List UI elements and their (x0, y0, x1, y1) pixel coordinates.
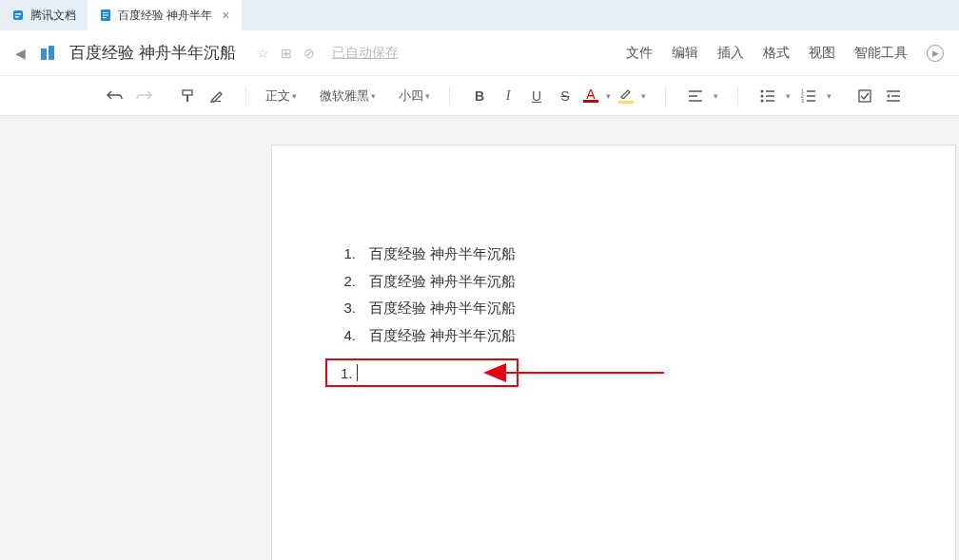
close-icon[interactable]: × (222, 8, 229, 23)
back-icon[interactable]: ◀ (15, 46, 26, 61)
menu-file[interactable]: 文件 (626, 45, 653, 62)
svg-rect-0 (13, 10, 23, 20)
svg-rect-1 (15, 13, 21, 15)
list-item[interactable]: 1. 百度经验 神舟半年沉船 (339, 241, 889, 268)
numbered-list-button[interactable]: 123 (798, 84, 819, 108)
list-text: 百度经验 神舟半年沉船 (369, 322, 516, 350)
checklist-button[interactable] (854, 84, 875, 108)
play-icon[interactable]: ▶ (927, 45, 944, 62)
svg-rect-4 (103, 12, 108, 13)
list-text: 百度经验 神舟半年沉船 (369, 241, 516, 268)
font-label: 微软雅黑 (320, 87, 369, 105)
chevron-down-icon[interactable]: ▾ (606, 91, 611, 101)
italic-button[interactable]: I (498, 84, 519, 108)
svg-point-17 (761, 99, 764, 102)
bold-button[interactable]: B (469, 84, 490, 108)
star-icon[interactable]: ☆ (257, 46, 269, 61)
toolbar: 正文 ▾ 微软雅黑 ▾ 小四 ▾ B I U S A ▾ ▾ (0, 76, 959, 116)
add-icon[interactable]: ⊞ (281, 46, 292, 61)
svg-rect-7 (183, 90, 192, 95)
tab-document[interactable]: 百度经验 神舟半年 × (88, 0, 242, 30)
svg-point-15 (761, 94, 764, 97)
tab-label: 腾讯文档 (30, 8, 76, 24)
clear-format-icon[interactable] (206, 84, 226, 108)
size-dropdown[interactable]: 小四 ▾ (399, 87, 430, 105)
font-color-button[interactable]: A (583, 88, 598, 103)
list-number: 2. (339, 268, 356, 296)
menu-smart-tools[interactable]: 智能工具 (854, 45, 908, 62)
chevron-down-icon: ▾ (292, 91, 297, 101)
svg-rect-2 (15, 16, 19, 18)
svg-point-13 (761, 89, 764, 92)
chevron-down-icon[interactable]: ▾ (786, 91, 791, 101)
svg-rect-8 (186, 95, 188, 102)
numbered-list: 1. 百度经验 神舟半年沉船 2. 百度经验 神舟半年沉船 3. 百度经验 神舟… (339, 241, 889, 349)
menu-insert[interactable]: 插入 (717, 45, 744, 62)
tab-label: 百度经验 神舟半年 (118, 8, 212, 24)
document-page[interactable]: 1. 百度经验 神舟半年沉船 2. 百度经验 神舟半年沉船 3. 百度经验 神舟… (271, 145, 956, 560)
document-icon (99, 9, 112, 22)
svg-rect-5 (103, 15, 108, 16)
style-dropdown[interactable]: 正文 ▾ (265, 87, 297, 105)
redo-icon[interactable] (133, 84, 154, 108)
style-label: 正文 (265, 87, 290, 105)
check-icon: ⊘ (303, 46, 315, 61)
list-number: 4. (339, 322, 356, 350)
chevron-down-icon[interactable]: ▾ (714, 91, 718, 101)
svg-text:3: 3 (801, 98, 804, 103)
highlight-color-button[interactable] (618, 87, 634, 104)
align-button[interactable] (685, 84, 706, 108)
save-status[interactable]: 已自动保存 (332, 45, 399, 62)
underline-button[interactable]: U (526, 84, 547, 108)
arrow-line (502, 372, 664, 374)
highlighter-icon (619, 87, 633, 99)
list-item[interactable]: 3. 百度经验 神舟半年沉船 (339, 295, 889, 322)
outdent-button[interactable] (883, 84, 904, 108)
highlight-bar (618, 101, 634, 104)
size-label: 小四 (399, 87, 423, 105)
chevron-down-icon[interactable]: ▾ (827, 91, 832, 101)
tab-tencent-docs[interactable]: 腾讯文档 (0, 0, 88, 30)
font-color-bar (583, 100, 598, 103)
svg-rect-25 (859, 90, 871, 102)
arrow-head-icon (483, 363, 506, 382)
menu-view[interactable]: 视图 (809, 45, 835, 62)
tab-bar: 腾讯文档 百度经验 神舟半年 × (0, 0, 959, 30)
new-list-number: 1. (341, 365, 353, 381)
undo-icon[interactable] (105, 84, 126, 108)
list-text: 百度经验 神舟半年沉船 (369, 268, 516, 296)
svg-rect-6 (103, 17, 107, 18)
menu-format[interactable]: 格式 (763, 45, 790, 62)
format-painter-icon[interactable] (177, 84, 198, 108)
font-color-letter: A (586, 88, 595, 100)
list-text: 百度经验 神舟半年沉船 (369, 295, 516, 322)
canvas-area: 1. 百度经验 神舟半年沉船 2. 百度经验 神舟半年沉船 3. 百度经验 神舟… (0, 116, 959, 560)
menu-bar: 文件 编辑 插入 格式 视图 智能工具 ▶ (626, 45, 944, 62)
list-item[interactable]: 2. 百度经验 神舟半年沉船 (339, 268, 889, 296)
chevron-down-icon: ▾ (425, 91, 430, 101)
header-left: ◀ 百度经验 神舟半年沉船 ☆ ⊞ ⊘ 已自动保存 (15, 42, 399, 64)
text-cursor (357, 364, 358, 381)
svg-rect-9 (211, 101, 221, 102)
app-logo-icon (37, 43, 58, 64)
page-title: 百度经验 神舟半年沉船 (69, 42, 236, 64)
bullet-list-button[interactable] (757, 84, 778, 108)
menu-edit[interactable]: 编辑 (672, 45, 698, 62)
header-bar: ◀ 百度经验 神舟半年沉船 ☆ ⊞ ⊘ 已自动保存 文件 编辑 插入 格式 视图… (0, 30, 959, 76)
strike-button[interactable]: S (555, 84, 576, 108)
font-dropdown[interactable]: 微软雅黑 ▾ (320, 87, 376, 105)
chevron-down-icon[interactable]: ▾ (641, 91, 646, 101)
header-icons: ☆ ⊞ ⊘ 已自动保存 (257, 45, 399, 62)
list-number: 1. (339, 241, 356, 268)
list-number: 3. (339, 295, 356, 322)
annotation-arrow (483, 366, 664, 379)
list-item[interactable]: 4. 百度经验 神舟半年沉船 (339, 322, 889, 350)
tencent-docs-icon (11, 9, 25, 22)
chevron-down-icon: ▾ (371, 91, 376, 101)
